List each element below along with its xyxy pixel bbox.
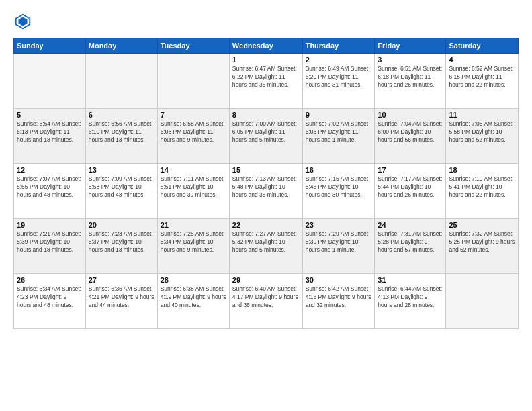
col-thursday: Thursday — [302, 38, 375, 54]
col-monday: Monday — [85, 38, 157, 54]
calendar-cell: 18Sunrise: 7:19 AM Sunset: 5:41 PM Dayli… — [446, 164, 519, 219]
day-info: Sunrise: 7:21 AM Sunset: 5:39 PM Dayligh… — [17, 230, 83, 255]
calendar-cell: 19Sunrise: 7:21 AM Sunset: 5:39 PM Dayli… — [14, 219, 86, 274]
logo — [13, 12, 35, 31]
day-number: 13 — [89, 166, 154, 174]
header — [13, 12, 519, 31]
day-info: Sunrise: 7:00 AM Sunset: 6:05 PM Dayligh… — [232, 120, 300, 144]
day-info: Sunrise: 6:42 AM Sunset: 4:15 PM Dayligh… — [306, 285, 372, 310]
day-number: 14 — [161, 166, 226, 174]
day-info: Sunrise: 7:29 AM Sunset: 5:30 PM Dayligh… — [306, 230, 372, 255]
calendar-cell: 9Sunrise: 7:02 AM Sunset: 6:03 PM Daylig… — [302, 109, 375, 164]
day-number: 2 — [306, 56, 372, 64]
day-info: Sunrise: 6:54 AM Sunset: 6:13 PM Dayligh… — [17, 120, 83, 144]
col-sunday: Sunday — [14, 38, 86, 54]
day-info: Sunrise: 7:27 AM Sunset: 5:32 PM Dayligh… — [232, 230, 300, 255]
day-number: 27 — [89, 276, 154, 284]
day-number: 15 — [232, 166, 300, 174]
calendar-cell: 30Sunrise: 6:42 AM Sunset: 4:15 PM Dayli… — [302, 274, 375, 329]
day-info: Sunrise: 6:38 AM Sunset: 4:19 PM Dayligh… — [161, 285, 226, 310]
day-number: 10 — [378, 111, 443, 119]
day-number: 8 — [232, 111, 300, 119]
day-number: 31 — [378, 276, 443, 284]
calendar-cell: 31Sunrise: 6:44 AM Sunset: 4:13 PM Dayli… — [375, 274, 446, 329]
calendar-cell: 4Sunrise: 6:52 AM Sunset: 6:15 PM Daylig… — [446, 54, 519, 109]
calendar-header-row: Sunday Monday Tuesday Wednesday Thursday… — [14, 38, 519, 54]
day-number: 6 — [89, 111, 154, 119]
calendar-cell: 7Sunrise: 6:58 AM Sunset: 6:08 PM Daylig… — [157, 109, 229, 164]
day-number: 20 — [89, 221, 154, 229]
calendar-cell: 14Sunrise: 7:11 AM Sunset: 5:51 PM Dayli… — [157, 164, 229, 219]
day-number: 29 — [232, 276, 300, 284]
calendar-cell: 5Sunrise: 6:54 AM Sunset: 6:13 PM Daylig… — [14, 109, 86, 164]
day-info: Sunrise: 6:40 AM Sunset: 4:17 PM Dayligh… — [232, 285, 300, 310]
day-number: 21 — [161, 221, 226, 229]
day-number: 18 — [449, 166, 515, 174]
day-number: 7 — [161, 111, 226, 119]
day-number: 11 — [449, 111, 515, 119]
day-info: Sunrise: 6:47 AM Sunset: 6:22 PM Dayligh… — [232, 65, 300, 89]
calendar-cell: 16Sunrise: 7:15 AM Sunset: 5:46 PM Dayli… — [302, 164, 375, 219]
day-info: Sunrise: 6:36 AM Sunset: 4:21 PM Dayligh… — [89, 285, 154, 310]
calendar-cell: 20Sunrise: 7:23 AM Sunset: 5:37 PM Dayli… — [85, 219, 157, 274]
day-info: Sunrise: 7:19 AM Sunset: 5:41 PM Dayligh… — [449, 175, 515, 199]
day-info: Sunrise: 7:31 AM Sunset: 5:28 PM Dayligh… — [378, 230, 443, 255]
day-info: Sunrise: 7:05 AM Sunset: 5:58 PM Dayligh… — [449, 120, 515, 144]
day-number: 22 — [232, 221, 300, 229]
calendar-table: Sunday Monday Tuesday Wednesday Thursday… — [13, 38, 519, 329]
day-number: 4 — [449, 56, 515, 64]
day-number: 1 — [232, 56, 300, 64]
day-number: 17 — [378, 166, 443, 174]
day-info: Sunrise: 6:58 AM Sunset: 6:08 PM Dayligh… — [161, 120, 226, 144]
day-info: Sunrise: 6:44 AM Sunset: 4:13 PM Dayligh… — [378, 285, 443, 310]
calendar-cell — [14, 54, 86, 109]
col-friday: Friday — [375, 38, 446, 54]
col-wednesday: Wednesday — [229, 38, 302, 54]
day-info: Sunrise: 6:51 AM Sunset: 6:18 PM Dayligh… — [378, 65, 443, 89]
day-number: 30 — [306, 276, 372, 284]
calendar-cell: 8Sunrise: 7:00 AM Sunset: 6:05 PM Daylig… — [229, 109, 302, 164]
calendar-cell: 2Sunrise: 6:49 AM Sunset: 6:20 PM Daylig… — [302, 54, 375, 109]
day-number: 9 — [306, 111, 372, 119]
calendar-row: 5Sunrise: 6:54 AM Sunset: 6:13 PM Daylig… — [14, 109, 519, 164]
calendar-cell: 11Sunrise: 7:05 AM Sunset: 5:58 PM Dayli… — [446, 109, 519, 164]
day-number: 5 — [17, 111, 83, 119]
day-info: Sunrise: 7:25 AM Sunset: 5:34 PM Dayligh… — [161, 230, 226, 255]
day-number: 12 — [17, 166, 83, 174]
day-info: Sunrise: 7:17 AM Sunset: 5:44 PM Dayligh… — [378, 175, 443, 199]
calendar-cell — [157, 54, 229, 109]
calendar-cell: 10Sunrise: 7:04 AM Sunset: 6:00 PM Dayli… — [375, 109, 446, 164]
calendar-cell: 3Sunrise: 6:51 AM Sunset: 6:18 PM Daylig… — [375, 54, 446, 109]
day-number: 25 — [449, 221, 515, 229]
calendar-cell: 29Sunrise: 6:40 AM Sunset: 4:17 PM Dayli… — [229, 274, 302, 329]
calendar-cell: 13Sunrise: 7:09 AM Sunset: 5:53 PM Dayli… — [85, 164, 157, 219]
calendar-cell: 24Sunrise: 7:31 AM Sunset: 5:28 PM Dayli… — [375, 219, 446, 274]
page: Sunday Monday Tuesday Wednesday Thursday… — [0, 0, 532, 411]
calendar-cell: 25Sunrise: 7:32 AM Sunset: 5:25 PM Dayli… — [446, 219, 519, 274]
calendar-cell: 27Sunrise: 6:36 AM Sunset: 4:21 PM Dayli… — [85, 274, 157, 329]
day-info: Sunrise: 7:04 AM Sunset: 6:00 PM Dayligh… — [378, 120, 443, 144]
col-saturday: Saturday — [446, 38, 519, 54]
day-info: Sunrise: 6:49 AM Sunset: 6:20 PM Dayligh… — [306, 65, 372, 89]
day-number: 28 — [161, 276, 226, 284]
day-info: Sunrise: 6:52 AM Sunset: 6:15 PM Dayligh… — [449, 65, 515, 89]
calendar-row: 12Sunrise: 7:07 AM Sunset: 5:55 PM Dayli… — [14, 164, 519, 219]
calendar-cell: 6Sunrise: 6:56 AM Sunset: 6:10 PM Daylig… — [85, 109, 157, 164]
day-info: Sunrise: 7:11 AM Sunset: 5:51 PM Dayligh… — [161, 175, 226, 199]
calendar-cell: 17Sunrise: 7:17 AM Sunset: 5:44 PM Dayli… — [375, 164, 446, 219]
calendar-row: 19Sunrise: 7:21 AM Sunset: 5:39 PM Dayli… — [14, 219, 519, 274]
day-number: 23 — [306, 221, 372, 229]
calendar-row: 1Sunrise: 6:47 AM Sunset: 6:22 PM Daylig… — [14, 54, 519, 109]
day-number: 16 — [306, 166, 372, 174]
calendar-cell: 15Sunrise: 7:13 AM Sunset: 5:48 PM Dayli… — [229, 164, 302, 219]
calendar-cell: 23Sunrise: 7:29 AM Sunset: 5:30 PM Dayli… — [302, 219, 375, 274]
calendar-cell: 28Sunrise: 6:38 AM Sunset: 4:19 PM Dayli… — [157, 274, 229, 329]
day-info: Sunrise: 7:13 AM Sunset: 5:48 PM Dayligh… — [232, 175, 300, 199]
day-number: 3 — [378, 56, 443, 64]
calendar-cell: 26Sunrise: 6:34 AM Sunset: 4:23 PM Dayli… — [14, 274, 86, 329]
calendar-cell: 1Sunrise: 6:47 AM Sunset: 6:22 PM Daylig… — [229, 54, 302, 109]
logo-icon — [13, 12, 32, 31]
day-info: Sunrise: 7:07 AM Sunset: 5:55 PM Dayligh… — [17, 175, 83, 199]
day-info: Sunrise: 7:15 AM Sunset: 5:46 PM Dayligh… — [306, 175, 372, 199]
calendar-cell: 22Sunrise: 7:27 AM Sunset: 5:32 PM Dayli… — [229, 219, 302, 274]
